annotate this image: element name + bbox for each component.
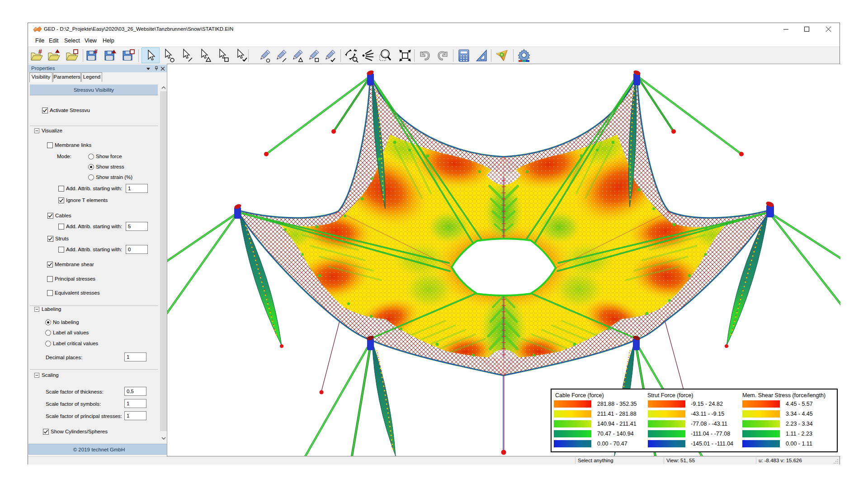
svg-text:#: # (38, 48, 42, 55)
svg-text:#: # (94, 48, 98, 55)
